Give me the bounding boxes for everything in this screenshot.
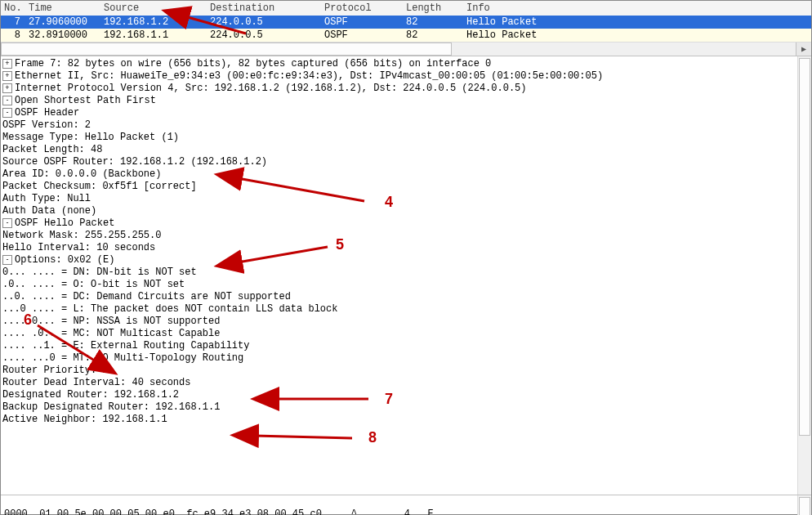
col-no[interactable]: No. — [1, 2, 25, 15]
hello-interval[interactable]: Hello Interval: 10 seconds — [1, 242, 811, 254]
packet-row[interactable]: 8 32.8910000 192.168.1.1 224.0.0.5 OSPF … — [1, 29, 811, 42]
opt-dn[interactable]: 0... .... = DN: DN-bit is NOT set — [1, 266, 811, 279]
ospf-summary[interactable]: -Open Shortest Path First — [1, 95, 811, 107]
expand-icon[interactable]: + — [2, 71, 12, 81]
packet-list-scrollbar[interactable]: ▶ — [1, 42, 811, 56]
details-scrollbar[interactable] — [797, 56, 811, 495]
active-neighbor[interactable]: Active Neighbor: 192.168.1.1 — [1, 414, 811, 426]
hello-netmask[interactable]: Network Mask: 255.255.255.0 — [1, 230, 811, 242]
cell-time: 32.8910000 — [25, 29, 100, 42]
col-destination[interactable]: Destination — [207, 2, 321, 15]
designated-router[interactable]: Designated Router: 192.168.1.2 — [1, 389, 811, 401]
frame-summary[interactable]: +Frame 7: 82 bytes on wire (656 bits), 8… — [1, 58, 811, 70]
dead-interval[interactable]: Router Dead Interval: 40 seconds — [1, 377, 811, 389]
packet-details[interactable]: +Frame 7: 82 bytes on wire (656 bits), 8… — [1, 56, 811, 495]
hello-options-node[interactable]: -Options: 0x02 (E) — [1, 254, 811, 266]
collapse-icon[interactable]: - — [2, 255, 12, 265]
expand-icon[interactable]: + — [2, 83, 12, 93]
router-priority[interactable]: Router Priority: 1 — [1, 365, 811, 377]
scrollbar-thumb[interactable] — [1, 43, 452, 56]
packet-row[interactable]: 7 27.9060000 192.168.1.2 224.0.0.5 OSPF … — [1, 16, 811, 29]
cell-proto: OSPF — [321, 16, 403, 29]
cell-len: 82 — [403, 16, 463, 29]
hex-line[interactable]: 0000 01 00 5e 00 00 05 00 e0 fc e9 34 e3… — [4, 508, 808, 515]
col-source[interactable]: Source — [100, 2, 207, 15]
cell-no: 8 — [1, 29, 25, 42]
ospf-hello-node[interactable]: -OSPF Hello Packet — [1, 217, 811, 230]
cell-time: 27.9060000 — [25, 16, 100, 29]
col-info[interactable]: Info — [463, 2, 811, 15]
ospf-msg-type[interactable]: Message Type: Hello Packet (1) — [1, 132, 811, 144]
ospf-auth-type[interactable]: Auth Type: Null — [1, 193, 811, 205]
ethernet-summary[interactable]: +Ethernet II, Src: HuaweiTe_e9:34:e3 (00… — [1, 70, 811, 83]
ospf-pkt-len[interactable]: Packet Length: 48 — [1, 144, 811, 156]
ospf-area-id[interactable]: Area ID: 0.0.0.0 (Backbone) — [1, 168, 811, 181]
cell-info: Hello Packet — [463, 29, 811, 42]
opt-np[interactable]: .... 0... = NP: NSSA is NOT supported — [1, 316, 811, 328]
backup-dr[interactable]: Backup Designated Router: 192.168.1.1 — [1, 401, 811, 414]
cell-info: Hello Packet — [463, 16, 811, 29]
cell-dest: 224.0.0.5 — [207, 16, 321, 29]
ospf-src-router[interactable]: Source OSPF Router: 192.168.1.2 (192.168… — [1, 156, 811, 168]
packet-list-header: No. Time Source Destination Protocol Len… — [1, 1, 811, 16]
expand-icon[interactable]: + — [2, 59, 12, 69]
opt-o[interactable]: .0.. .... = O: O-bit is NOT set — [1, 279, 811, 291]
collapse-icon[interactable]: - — [2, 218, 12, 228]
ospf-version[interactable]: OSPF Version: 2 — [1, 119, 811, 132]
scrollbar-thumb[interactable] — [799, 497, 810, 515]
hex-dump[interactable]: 0000 01 00 5e 00 00 05 00 e0 fc e9 34 e3… — [1, 495, 811, 515]
opt-mc[interactable]: .... .0.. = MC: NOT Multicast Capable — [1, 328, 811, 340]
packet-list[interactable]: No. Time Source Destination Protocol Len… — [1, 1, 811, 56]
collapse-icon[interactable]: - — [2, 108, 12, 118]
opt-mt[interactable]: .... ...0 = MT: NO Multi-Topology Routin… — [1, 352, 811, 365]
hex-scrollbar[interactable] — [797, 495, 811, 515]
cell-source: 192.168.1.2 — [100, 16, 207, 29]
opt-e[interactable]: .... ..1. = E: External Routing Capabili… — [1, 340, 811, 352]
ip-summary[interactable]: +Internet Protocol Version 4, Src: 192.1… — [1, 83, 811, 95]
cell-source: 192.168.1.1 — [100, 29, 207, 42]
col-protocol[interactable]: Protocol — [321, 2, 403, 15]
opt-dc[interactable]: ..0. .... = DC: Demand Circuits are NOT … — [1, 291, 811, 303]
cell-proto: OSPF — [321, 29, 403, 42]
opt-l[interactable]: ...0 .... = L: The packet does NOT conta… — [1, 303, 811, 316]
cell-no: 7 — [1, 16, 25, 29]
cell-dest: 224.0.0.5 — [207, 29, 321, 42]
ospf-auth-data[interactable]: Auth Data (none) — [1, 205, 811, 217]
cell-len: 82 — [403, 29, 463, 42]
scrollbar-thumb[interactable] — [799, 58, 810, 436]
col-time[interactable]: Time — [25, 2, 100, 15]
ospf-header-node[interactable]: -OSPF Header — [1, 107, 811, 119]
scroll-right-icon[interactable]: ▶ — [796, 43, 811, 56]
col-length[interactable]: Length — [403, 2, 463, 15]
ospf-checksum[interactable]: Packet Checksum: 0xf5f1 [correct] — [1, 181, 811, 193]
collapse-icon[interactable]: - — [2, 96, 12, 105]
